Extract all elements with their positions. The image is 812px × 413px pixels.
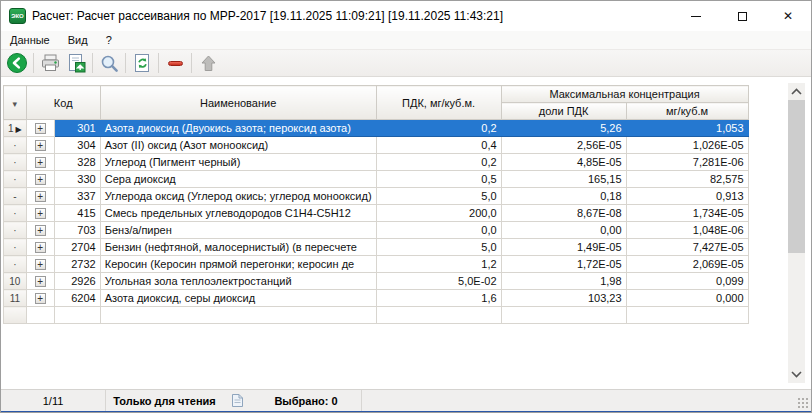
cell-share[interactable]: 0,18 xyxy=(501,188,626,205)
cell-share[interactable]: 0,00 xyxy=(501,222,626,239)
maximize-button[interactable] xyxy=(719,1,765,31)
cell-name[interactable]: Бензин (нефтяной, малосернистый) (в пере… xyxy=(100,239,376,256)
cell-name[interactable]: Азота диоксид (Двуокись азота; пероксид … xyxy=(100,120,376,137)
table-row[interactable]: · + 2704 Бензин (нефтяной, малосернистый… xyxy=(4,239,749,256)
table-row[interactable]: · + 415 Смесь предельных углеводородов С… xyxy=(4,205,749,222)
minimize-button[interactable] xyxy=(673,1,719,31)
cell-pdk[interactable]: 0,2 xyxy=(376,154,501,171)
cell-code[interactable]: 703 xyxy=(54,222,100,239)
column-header-maxconc-group[interactable]: Максимальная концентрация xyxy=(501,86,748,103)
table-row[interactable]: 11 + 6204 Азота диоксид, серы диоксид 1,… xyxy=(4,290,749,307)
cell-conc[interactable]: 1,026E-05 xyxy=(626,137,748,154)
column-header-pdk[interactable]: ПДК, мг/куб.м. xyxy=(376,86,501,120)
column-header-name[interactable]: Наименование xyxy=(100,86,376,120)
cell-pdk[interactable]: 5,0 xyxy=(376,239,501,256)
table-row[interactable]: - + 337 Углерода оксид (Углерод окись; у… xyxy=(4,188,749,205)
row-expander[interactable]: + xyxy=(26,239,54,256)
cell-conc[interactable]: 1,734E-05 xyxy=(626,205,748,222)
cell-name[interactable]: Смесь предельных углеводородов С1Н4-С5Н1… xyxy=(100,205,376,222)
refresh-button[interactable] xyxy=(129,51,155,75)
cell-code[interactable]: 330 xyxy=(54,171,100,188)
back-button[interactable] xyxy=(4,51,30,75)
row-expander[interactable]: + xyxy=(26,120,54,137)
cell-code[interactable]: 304 xyxy=(54,137,100,154)
table-row[interactable]: 10 + 2926 Угольная зола теплоэлектростан… xyxy=(4,273,749,290)
close-button[interactable]: ✕ xyxy=(765,1,811,31)
cell-pdk[interactable]: 5,0 xyxy=(376,188,501,205)
cell-pdk[interactable]: 0,0 xyxy=(376,222,501,239)
cell-code[interactable]: 415 xyxy=(54,205,100,222)
table-row[interactable]: · + 2732 Керосин (Керосин прямой перегон… xyxy=(4,256,749,273)
cell-name[interactable]: Сера диоксид xyxy=(100,171,376,188)
cell-conc[interactable]: 2,069E-05 xyxy=(626,256,748,273)
row-expander[interactable]: + xyxy=(26,205,54,222)
resize-grip[interactable] xyxy=(797,397,809,409)
table-row[interactable]: 1▶ + 301 Азота диоксид (Двуокись азота; … xyxy=(4,120,749,137)
cell-pdk[interactable]: 1,6 xyxy=(376,290,501,307)
cell-share[interactable]: 1,98 xyxy=(501,273,626,290)
menu-item-view[interactable]: Вид xyxy=(59,32,97,48)
cell-name[interactable]: Углерод (Пигмент черный) xyxy=(100,154,376,171)
cell-pdk[interactable]: 200,0 xyxy=(376,205,501,222)
table-row[interactable]: · + 703 Бенз/а/пирен 0,0 0,00 1,048E-06 xyxy=(4,222,749,239)
cell-pdk[interactable]: 0,5 xyxy=(376,171,501,188)
search-button[interactable] xyxy=(96,51,122,75)
cell-share[interactable]: 103,23 xyxy=(501,290,626,307)
vertical-scrollbar[interactable] xyxy=(788,83,805,383)
cell-name[interactable]: Бенз/а/пирен xyxy=(100,222,376,239)
cell-conc[interactable]: 1,048E-06 xyxy=(626,222,748,239)
cell-pdk[interactable]: 5,0E-02 xyxy=(376,273,501,290)
cell-pdk[interactable]: 0,2 xyxy=(376,120,501,137)
column-header-conc[interactable]: мг/куб.м xyxy=(626,103,748,120)
row-expander[interactable]: + xyxy=(26,137,54,154)
cell-conc[interactable]: 0,000 xyxy=(626,290,748,307)
cell-conc[interactable]: 7,281E-06 xyxy=(626,154,748,171)
cell-code[interactable]: 301 xyxy=(54,120,100,137)
cell-name[interactable]: Угольная зола теплоэлектростанций xyxy=(100,273,376,290)
cell-code[interactable]: 328 xyxy=(54,154,100,171)
cell-name[interactable]: Керосин (Керосин прямой перегонки; керос… xyxy=(100,256,376,273)
cell-pdk[interactable]: 0,4 xyxy=(376,137,501,154)
row-expander[interactable]: + xyxy=(26,256,54,273)
cell-code[interactable]: 337 xyxy=(54,188,100,205)
cell-name[interactable]: Азот (II) оксид (Азот монооксид) xyxy=(100,137,376,154)
export-report-button[interactable] xyxy=(63,51,89,75)
cell-share[interactable]: 8,67E-08 xyxy=(501,205,626,222)
row-expander[interactable]: + xyxy=(26,290,54,307)
cell-pdk[interactable]: 1,2 xyxy=(376,256,501,273)
cell-conc[interactable]: 0,099 xyxy=(626,273,748,290)
menu-item-data[interactable]: Данные xyxy=(1,32,59,48)
row-expander[interactable]: + xyxy=(26,171,54,188)
cell-code[interactable]: 2704 xyxy=(54,239,100,256)
table-row[interactable]: · + 304 Азот (II) оксид (Азот монооксид)… xyxy=(4,137,749,154)
cell-share[interactable]: 1,49E-05 xyxy=(501,239,626,256)
column-header-share[interactable]: доли ПДК xyxy=(501,103,626,120)
column-header-code[interactable]: Код xyxy=(26,86,100,120)
cell-share[interactable]: 4,85E-05 xyxy=(501,154,626,171)
row-expander[interactable]: + xyxy=(26,273,54,290)
table-row[interactable]: · + 330 Сера диоксид 0,5 165,15 82,575 xyxy=(4,171,749,188)
cell-conc[interactable]: 7,427E-05 xyxy=(626,239,748,256)
scroll-down-button[interactable] xyxy=(788,366,805,383)
cell-code[interactable]: 2732 xyxy=(54,256,100,273)
row-expander[interactable]: + xyxy=(26,188,54,205)
cell-conc[interactable]: 1,053 xyxy=(626,120,748,137)
scroll-up-button[interactable] xyxy=(788,83,805,100)
cell-code[interactable]: 6204 xyxy=(54,290,100,307)
cell-share[interactable]: 165,15 xyxy=(501,171,626,188)
cell-name[interactable]: Углерода оксид (Углерод окись; углерод м… xyxy=(100,188,376,205)
scrollbar-thumb[interactable] xyxy=(788,100,805,253)
cell-conc[interactable]: 0,913 xyxy=(626,188,748,205)
cell-name[interactable]: Азота диоксид, серы диоксид xyxy=(100,290,376,307)
cell-share[interactable]: 5,26 xyxy=(501,120,626,137)
remove-button[interactable] xyxy=(162,51,188,75)
menu-item-help[interactable]: ? xyxy=(97,32,121,48)
row-expander[interactable]: + xyxy=(26,222,54,239)
cell-code[interactable]: 2926 xyxy=(54,273,100,290)
cell-conc[interactable]: 82,575 xyxy=(626,171,748,188)
cell-share[interactable]: 1,72E-05 xyxy=(501,256,626,273)
cell-share[interactable]: 2,56E-05 xyxy=(501,137,626,154)
indicator-header[interactable]: ▾ xyxy=(4,86,27,120)
row-expander[interactable]: + xyxy=(26,154,54,171)
print-button[interactable] xyxy=(37,51,63,75)
